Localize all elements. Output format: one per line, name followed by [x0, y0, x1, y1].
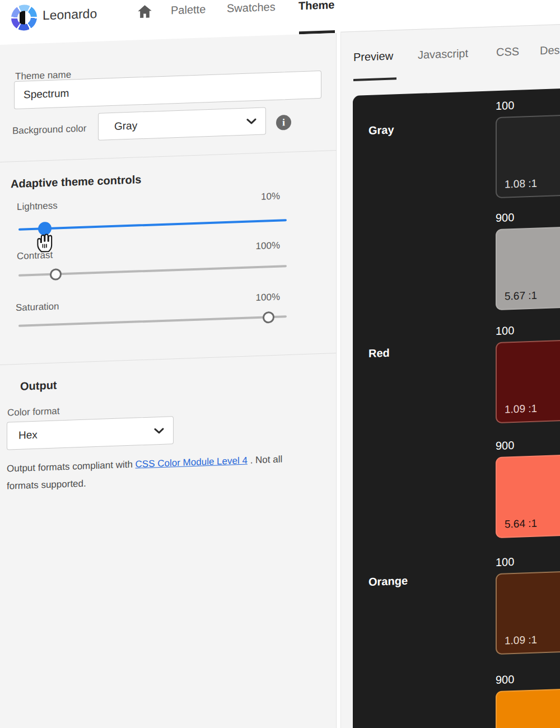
info-icon[interactable]: i: [276, 115, 291, 130]
color-format-select[interactable]: Hex: [7, 416, 174, 450]
nav-item-theme[interactable]: Theme: [298, 0, 334, 12]
section-divider: [0, 353, 337, 365]
lightness-label: Lightness: [17, 200, 58, 213]
color-swatch: 5.64 :1: [496, 454, 560, 539]
swatch-weight-label: 100: [496, 553, 560, 570]
theme-settings-panel: Theme name Background color Gray i Adapt…: [0, 33, 337, 728]
swatch-group: 900 5.64 :1: [496, 437, 560, 539]
saturation-value: 100%: [202, 292, 280, 306]
saturation-label: Saturation: [16, 301, 59, 314]
theme-preview-canvas: Gray Red Orange 100 1.08 :1 900 5.67 :1 …: [353, 87, 560, 728]
background-color-value: Gray: [114, 119, 137, 132]
contrast-slider-handle[interactable]: [50, 268, 62, 281]
contrast-ratio: 1.09 :1: [505, 634, 537, 647]
color-swatch: [496, 688, 560, 728]
chevron-down-icon: [154, 427, 164, 434]
color-group-name: Gray: [368, 123, 394, 137]
home-icon[interactable]: [137, 4, 152, 21]
background-color-label: Background color: [12, 123, 86, 137]
color-swatch: 1.09 :1: [496, 339, 560, 424]
swatch-weight-label: 900: [496, 671, 560, 687]
swatch-weight-label: 100: [496, 97, 560, 113]
swatch-group: 100 1.09 :1: [496, 322, 560, 424]
swatch-group: 900: [496, 671, 560, 728]
tab-design[interactable]: Design: [540, 43, 560, 57]
contrast-ratio: 1.08 :1: [505, 178, 537, 191]
brand-name: Leonardo: [43, 6, 97, 23]
css-color-module-link[interactable]: CSS Color Module Level 4: [136, 455, 248, 470]
color-group-name: Red: [368, 347, 390, 360]
color-swatch: 1.09 :1: [496, 571, 560, 655]
swatch-group: 100 1.09 :1: [496, 553, 560, 655]
saturation-slider-track[interactable]: [18, 315, 287, 327]
tab-preview[interactable]: Preview: [353, 49, 393, 63]
nav-item-swatches[interactable]: Swatches: [227, 1, 276, 15]
contrast-ratio: 5.64 :1: [505, 517, 537, 531]
chevron-down-icon: [246, 118, 256, 125]
leonardo-logo-icon[interactable]: [11, 4, 37, 31]
lightness-slider-track[interactable]: [18, 219, 287, 231]
swatch-group: 900 5.67 :1: [496, 209, 560, 311]
color-swatch: 5.67 :1: [496, 226, 560, 311]
logo-contrast-core: [17, 11, 31, 25]
hand-cursor-icon: [34, 230, 56, 254]
swatch-weight-label: 900: [496, 209, 560, 225]
swatch-group: 100 1.08 :1: [496, 97, 560, 199]
background-color-select[interactable]: Gray: [98, 107, 266, 140]
output-preview-panel: Preview Javascript CSS Design Gray Red O…: [340, 22, 560, 728]
home-icon-glyph: [137, 4, 152, 19]
adaptive-controls-heading: Adaptive theme controls: [11, 173, 141, 190]
tab-javascript[interactable]: Javascript: [418, 47, 468, 62]
nav-item-palette[interactable]: Palette: [171, 3, 206, 17]
active-tab-underline: [353, 77, 396, 81]
output-format-note: Output formats compliant with CSS Color …: [7, 450, 302, 494]
color-swatch: 1.08 :1: [496, 114, 560, 199]
color-format-value: Hex: [18, 429, 38, 442]
swatch-weight-label: 900: [496, 437, 560, 453]
swatch-weight-label: 100: [496, 322, 560, 338]
output-heading: Output: [20, 379, 57, 393]
app-window: Leonardo Palette Swatches Theme Theme na…: [0, 0, 560, 728]
contrast-value: 100%: [202, 240, 280, 254]
contrast-ratio: 5.67 :1: [505, 290, 537, 303]
contrast-ratio: 1.09 :1: [505, 403, 537, 416]
note-prefix: Output formats compliant with: [7, 459, 136, 474]
saturation-slider-handle[interactable]: [263, 311, 274, 324]
section-divider: [0, 150, 337, 162]
color-group-name: Orange: [368, 575, 408, 589]
lightness-value: 10%: [202, 191, 280, 205]
tab-css[interactable]: CSS: [496, 45, 519, 59]
color-format-label: Color format: [7, 405, 60, 418]
